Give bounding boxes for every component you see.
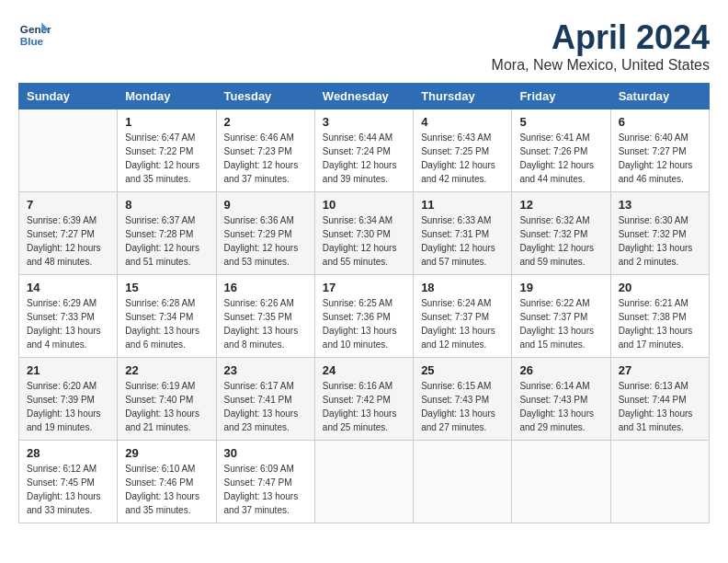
calendar-cell: 22 Sunrise: 6:19 AM Sunset: 7:40 PM Dayl… [118,358,216,441]
calendar-cell: 8 Sunrise: 6:37 AM Sunset: 7:28 PM Dayli… [118,192,216,275]
day-info: Sunrise: 6:32 AM Sunset: 7:32 PM Dayligh… [519,213,602,269]
day-info: Sunrise: 6:13 AM Sunset: 7:44 PM Dayligh… [619,379,701,434]
day-info: Sunrise: 6:29 AM Sunset: 7:33 PM Dayligh… [27,296,109,351]
day-number: 18 [421,281,504,294]
calendar-week-2: 7 Sunrise: 6:39 AM Sunset: 7:27 PM Dayli… [19,192,710,275]
header-thursday: Thursday [414,84,512,109]
header-sunday: Sunday [19,84,118,109]
subtitle: Mora, New Mexico, United States [492,57,710,74]
page-header: General Blue April 2024 Mora, New Mexico… [18,18,710,74]
day-number: 12 [519,198,602,212]
header-tuesday: Tuesday [216,84,314,109]
day-info: Sunrise: 6:33 AM Sunset: 7:31 PM Dayligh… [421,213,504,269]
calendar-cell: 5 Sunrise: 6:41 AM Sunset: 7:26 PM Dayli… [512,109,610,192]
day-number: 27 [619,363,701,377]
day-info: Sunrise: 6:20 AM Sunset: 7:39 PM Dayligh… [27,379,109,434]
calendar-cell: 12 Sunrise: 6:32 AM Sunset: 7:32 PM Dayl… [512,192,610,275]
day-number: 24 [323,363,405,377]
day-number: 6 [619,115,701,129]
header-wednesday: Wednesday [314,84,413,109]
day-info: Sunrise: 6:30 AM Sunset: 7:32 PM Dayligh… [619,213,701,269]
day-info: Sunrise: 6:46 AM Sunset: 7:23 PM Dayligh… [224,131,307,186]
calendar-cell: 23 Sunrise: 6:17 AM Sunset: 7:41 PM Dayl… [216,358,314,441]
calendar-cell: 19 Sunrise: 6:22 AM Sunset: 7:37 PM Dayl… [512,275,610,358]
day-number: 16 [224,281,307,294]
calendar-cell [414,441,512,523]
calendar-table: SundayMondayTuesdayWednesdayThursdayFrid… [18,83,710,523]
calendar-week-3: 14 Sunrise: 6:29 AM Sunset: 7:33 PM Dayl… [19,275,710,358]
day-number: 7 [27,198,109,212]
day-number: 3 [323,115,405,129]
day-info: Sunrise: 6:44 AM Sunset: 7:24 PM Dayligh… [323,131,405,186]
day-number: 21 [27,363,109,377]
day-info: Sunrise: 6:14 AM Sunset: 7:43 PM Dayligh… [519,379,602,434]
calendar-week-4: 21 Sunrise: 6:20 AM Sunset: 7:39 PM Dayl… [19,358,710,441]
calendar-cell: 20 Sunrise: 6:21 AM Sunset: 7:38 PM Dayl… [610,275,709,358]
logo: General Blue [18,18,51,52]
day-info: Sunrise: 6:21 AM Sunset: 7:38 PM Dayligh… [619,296,701,351]
calendar-cell: 13 Sunrise: 6:30 AM Sunset: 7:32 PM Dayl… [610,192,709,275]
calendar-cell: 17 Sunrise: 6:25 AM Sunset: 7:36 PM Dayl… [314,275,413,358]
day-info: Sunrise: 6:34 AM Sunset: 7:30 PM Dayligh… [323,213,405,269]
day-number: 13 [619,198,701,212]
day-number: 9 [224,198,307,212]
calendar-cell: 28 Sunrise: 6:12 AM Sunset: 7:45 PM Dayl… [19,441,118,523]
calendar-cell: 10 Sunrise: 6:34 AM Sunset: 7:30 PM Dayl… [314,192,413,275]
calendar-cell: 21 Sunrise: 6:20 AM Sunset: 7:39 PM Dayl… [19,358,118,441]
calendar-cell: 25 Sunrise: 6:15 AM Sunset: 7:43 PM Dayl… [414,358,512,441]
calendar-cell [610,441,709,523]
calendar-cell: 30 Sunrise: 6:09 AM Sunset: 7:47 PM Dayl… [216,441,314,523]
day-info: Sunrise: 6:43 AM Sunset: 7:25 PM Dayligh… [421,131,504,186]
calendar-cell [314,441,413,523]
calendar-cell: 15 Sunrise: 6:28 AM Sunset: 7:34 PM Dayl… [118,275,216,358]
day-number: 25 [421,363,504,377]
main-title: April 2024 [492,18,710,57]
calendar-header-row: SundayMondayTuesdayWednesdayThursdayFrid… [19,84,710,109]
day-number: 1 [125,115,208,129]
day-number: 15 [125,281,208,294]
calendar-cell: 3 Sunrise: 6:44 AM Sunset: 7:24 PM Dayli… [314,109,413,192]
day-number: 23 [224,363,307,377]
header-friday: Friday [512,84,610,109]
calendar-cell: 9 Sunrise: 6:36 AM Sunset: 7:29 PM Dayli… [216,192,314,275]
calendar-cell: 7 Sunrise: 6:39 AM Sunset: 7:27 PM Dayli… [19,192,118,275]
calendar-cell: 6 Sunrise: 6:40 AM Sunset: 7:27 PM Dayli… [610,109,709,192]
day-number: 8 [125,198,208,212]
day-info: Sunrise: 6:22 AM Sunset: 7:37 PM Dayligh… [519,296,602,351]
calendar-cell: 26 Sunrise: 6:14 AM Sunset: 7:43 PM Dayl… [512,358,610,441]
calendar-cell [512,441,610,523]
calendar-cell: 4 Sunrise: 6:43 AM Sunset: 7:25 PM Dayli… [414,109,512,192]
day-info: Sunrise: 6:28 AM Sunset: 7:34 PM Dayligh… [125,296,208,351]
calendar-cell: 24 Sunrise: 6:16 AM Sunset: 7:42 PM Dayl… [314,358,413,441]
day-info: Sunrise: 6:15 AM Sunset: 7:43 PM Dayligh… [421,379,504,434]
calendar-cell: 27 Sunrise: 6:13 AM Sunset: 7:44 PM Dayl… [610,358,709,441]
day-info: Sunrise: 6:40 AM Sunset: 7:27 PM Dayligh… [619,131,701,186]
day-info: Sunrise: 6:25 AM Sunset: 7:36 PM Dayligh… [323,296,405,351]
day-info: Sunrise: 6:24 AM Sunset: 7:37 PM Dayligh… [421,296,504,351]
calendar-cell [19,109,118,192]
day-info: Sunrise: 6:41 AM Sunset: 7:26 PM Dayligh… [519,131,602,186]
day-info: Sunrise: 6:17 AM Sunset: 7:41 PM Dayligh… [224,379,307,434]
day-info: Sunrise: 6:36 AM Sunset: 7:29 PM Dayligh… [224,213,307,269]
day-info: Sunrise: 6:39 AM Sunset: 7:27 PM Dayligh… [27,213,109,269]
day-info: Sunrise: 6:16 AM Sunset: 7:42 PM Dayligh… [323,379,405,434]
calendar-week-5: 28 Sunrise: 6:12 AM Sunset: 7:45 PM Dayl… [19,441,710,523]
day-number: 30 [224,446,307,460]
title-area: April 2024 Mora, New Mexico, United Stat… [492,18,710,74]
day-info: Sunrise: 6:10 AM Sunset: 7:46 PM Dayligh… [125,462,208,517]
day-number: 29 [125,446,208,460]
day-number: 20 [619,281,701,294]
header-monday: Monday [118,84,216,109]
calendar-cell: 2 Sunrise: 6:46 AM Sunset: 7:23 PM Dayli… [216,109,314,192]
day-number: 26 [519,363,602,377]
day-number: 28 [27,446,109,460]
day-info: Sunrise: 6:37 AM Sunset: 7:28 PM Dayligh… [125,213,208,269]
calendar-cell: 14 Sunrise: 6:29 AM Sunset: 7:33 PM Dayl… [19,275,118,358]
logo-icon: General Blue [18,18,51,52]
calendar-cell: 29 Sunrise: 6:10 AM Sunset: 7:46 PM Dayl… [118,441,216,523]
day-number: 11 [421,198,504,212]
day-number: 17 [323,281,405,294]
day-number: 14 [27,281,109,294]
calendar-cell: 11 Sunrise: 6:33 AM Sunset: 7:31 PM Dayl… [414,192,512,275]
day-info: Sunrise: 6:19 AM Sunset: 7:40 PM Dayligh… [125,379,208,434]
